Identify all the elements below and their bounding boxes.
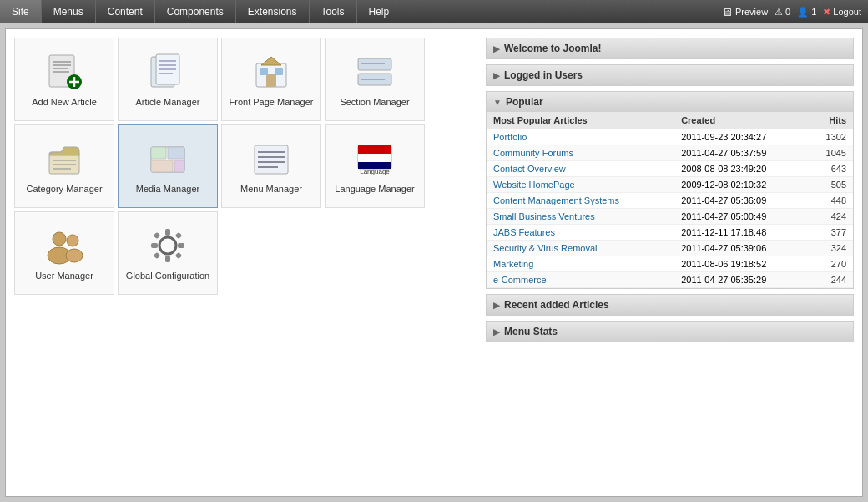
language-manager-button[interactable]: Language Language Manager [325,124,425,208]
article-hits-cell: 1302 [807,129,853,145]
article-link[interactable]: Security & Virus Removal [493,243,598,253]
popular-section: ▼ Popular Most Popular Articles Created … [486,91,854,289]
add-article-icon [44,52,84,92]
table-row: e-Commerce 2011-04-27 05:35:29 244 [487,272,853,288]
svg-point-42 [53,232,66,246]
table-row: Community Forums 2011-04-27 05:37:59 104… [487,145,853,161]
global-configuration-label: Global Configuration [126,271,209,281]
media-manager-button[interactable]: Media Manager [118,124,218,208]
users-count: 1 [811,7,816,17]
svg-rect-54 [175,232,182,239]
add-new-article-button[interactable]: Add New Article [14,38,114,121]
article-created-cell: 2009-12-08 02:10:32 [674,177,807,193]
users-icon: 👤 [797,7,809,18]
table-row: Small Business Ventures 2011-04-27 05:00… [487,209,853,225]
media-manager-label: Media Manager [136,184,199,194]
menu-stats-header[interactable]: ▶ Menu Stats [487,322,853,342]
welcome-header[interactable]: ▶ Welcome to Joomla! [487,38,853,58]
article-link[interactable]: Website HomePage [493,180,575,190]
article-created-cell: 2011-08-06 19:18:52 [674,256,807,272]
logged-in-section: ▶ Logged in Users [486,64,854,86]
main-content: Add New Article Article [0,23,868,502]
article-link[interactable]: Marketing [493,259,533,269]
global-configuration-button[interactable]: Global Configuration [118,211,218,295]
table-row: Security & Virus Removal 2011-04-27 05:3… [487,241,853,256]
nav-menus[interactable]: Menus [42,0,96,23]
popular-arrow: ▼ [493,98,502,107]
nav-extensions[interactable]: Extensions [236,0,310,23]
article-created-cell: 2011-04-27 05:36:09 [674,193,807,209]
col-article: Most Popular Articles [487,112,674,129]
article-title-cell: Portfolio [487,129,674,145]
article-created-cell: 2011-04-27 05:35:29 [674,272,807,288]
popular-header[interactable]: ▼ Popular [487,92,853,112]
svg-rect-47 [165,229,170,236]
article-manager-label: Article Manager [135,97,199,107]
nav-site[interactable]: Site [0,0,42,23]
front-page-manager-button[interactable]: Front Page Manager [221,38,321,121]
welcome-title: Welcome to Joomla! [504,43,601,54]
article-link[interactable]: Community Forums [493,148,573,158]
alerts-button[interactable]: ⚠ 0 [775,7,790,18]
nav-tools[interactable]: Tools [310,0,357,23]
table-row: Portfolio 2011-09-23 20:34:27 1302 [487,129,853,145]
table-header-row: Most Popular Articles Created Hits [487,112,853,129]
article-title-cell: Website HomePage [487,177,674,193]
popular-body: Most Popular Articles Created Hits Portf… [487,112,853,288]
logout-button[interactable]: ✖ Logout [823,7,861,18]
preview-icon: 🖥 [722,6,733,18]
table-row: Marketing 2011-08-06 19:18:52 270 [487,256,853,272]
menu-manager-button[interactable]: Menu Manager [221,124,321,208]
svg-rect-49 [151,243,158,248]
article-title-cell: Community Forums [487,145,674,161]
section-manager-icon [355,52,395,92]
top-right-area: 🖥 Preview ⚠ 0 👤 1 ✖ Logout [715,0,868,23]
article-title-cell: Security & Virus Removal [487,241,674,256]
svg-rect-52 [175,252,182,259]
article-link[interactable]: e-Commerce [493,275,547,285]
article-link[interactable]: JABS Features [493,227,555,237]
icon-grid: Add New Article Article [14,38,477,295]
recent-arrow: ▶ [493,301,500,310]
menu-stats-title: Menu Stats [504,326,558,337]
article-manager-button[interactable]: Article Manager [118,38,218,121]
menu-manager-label: Menu Manager [240,184,302,194]
article-title-cell: JABS Features [487,225,674,241]
table-row: Contact Overview 2008-08-08 23:49:20 643 [487,161,853,177]
popular-table: Most Popular Articles Created Hits Portf… [487,112,853,288]
svg-rect-50 [178,243,184,248]
nav-help[interactable]: Help [357,0,402,23]
svg-rect-30 [151,160,173,172]
users-button[interactable]: 👤 1 [797,7,816,18]
nav-components[interactable]: Components [155,0,236,23]
menu-stats-arrow: ▶ [493,327,500,337]
article-hits-cell: 244 [807,272,853,288]
user-manager-button[interactable]: User Manager [14,211,114,295]
section-manager-label: Section Manager [340,97,409,107]
article-link[interactable]: Portfolio [493,132,527,142]
inner-panel: Add New Article Article [5,28,863,497]
article-created-cell: 2011-09-23 20:34:27 [674,129,807,145]
article-title-cell: Marketing [487,256,674,272]
front-page-icon [251,52,291,92]
article-link[interactable]: Contact Overview [493,164,566,174]
article-link[interactable]: Content Management Systems [493,195,619,205]
user-manager-label: User Manager [35,271,93,281]
svg-rect-53 [154,252,160,259]
recent-header[interactable]: ▶ Recent added Articles [487,295,853,315]
nav-content[interactable]: Content [96,0,155,23]
category-manager-button[interactable]: Category Manager [14,124,114,208]
article-created-cell: 2011-04-27 05:37:59 [674,145,807,161]
table-row: Website HomePage 2009-12-08 02:10:32 505 [487,177,853,193]
preview-button[interactable]: 🖥 Preview [722,6,768,18]
recent-title: Recent added Articles [504,299,609,311]
section-manager-button[interactable]: Section Manager [325,38,425,121]
article-link[interactable]: Small Business Ventures [493,211,595,221]
svg-rect-51 [154,232,160,239]
logged-in-title: Logged in Users [504,69,583,81]
svg-marker-15 [261,57,281,65]
front-page-manager-label: Front Page Manager [230,97,314,107]
logged-in-header[interactable]: ▶ Logged in Users [487,65,853,85]
menu-stats-section: ▶ Menu Stats [486,321,854,342]
svg-rect-28 [151,147,166,159]
